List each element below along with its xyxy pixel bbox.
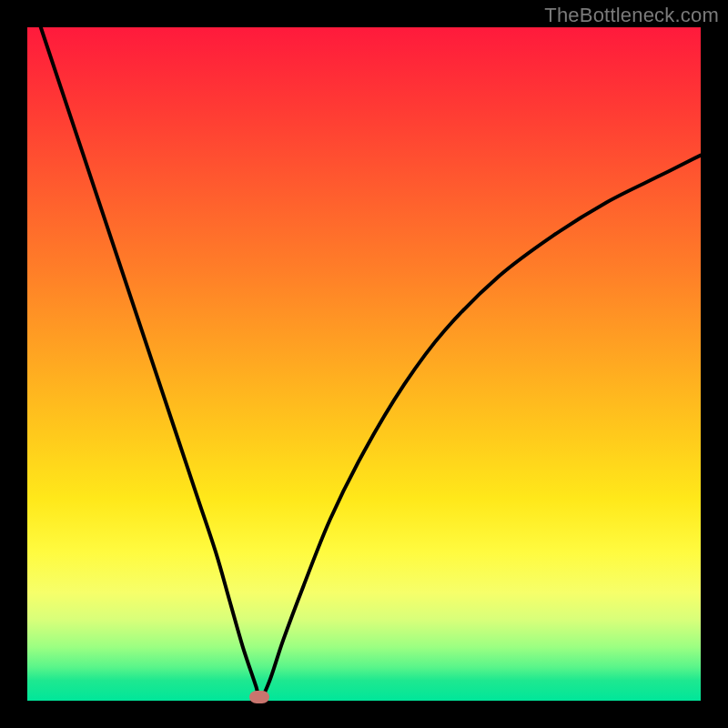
bottleneck-curve (41, 27, 701, 701)
plot-area (27, 27, 701, 701)
chart-frame: TheBottleneck.com (0, 0, 728, 728)
watermark-text: TheBottleneck.com (544, 4, 719, 27)
curve-layer (27, 27, 701, 701)
minimum-marker (249, 691, 269, 703)
